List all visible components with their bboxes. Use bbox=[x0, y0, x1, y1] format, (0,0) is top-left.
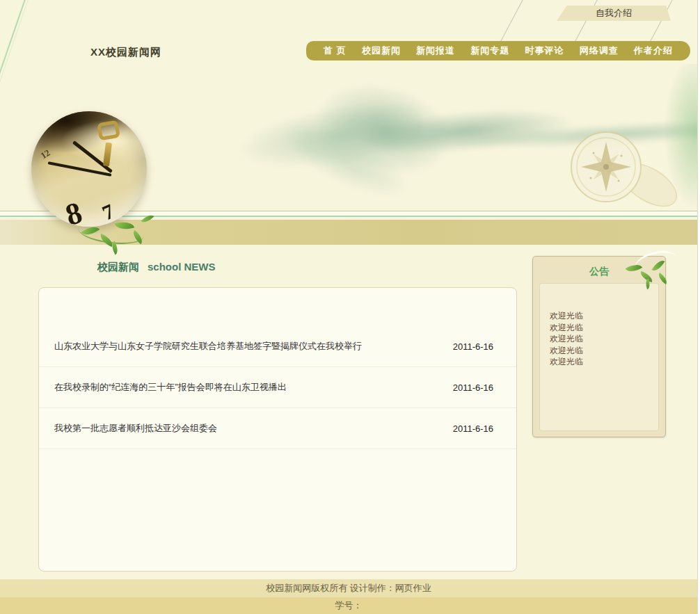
page: 自我介绍 XX校园新闻网 首 页 校园新闻 新闻报道 新闻专题 时事评论 网络调… bbox=[0, 0, 698, 614]
site-logo: XX校园新闻网 bbox=[90, 46, 161, 59]
news-row: 在我校录制的“纪连海的三十年”报告会即将在山东卫视播出 2011-6-16 bbox=[39, 367, 516, 408]
news-title-link[interactable]: 在我校录制的“纪连海的三十年”报告会即将在山东卫视播出 bbox=[54, 381, 440, 394]
footer-student-id: 学号： bbox=[0, 597, 697, 614]
section-title: 校园新闻 school NEWS bbox=[97, 261, 216, 274]
announcement-item: 欢迎光临 bbox=[550, 310, 658, 322]
nav-item-online-survey[interactable]: 网络调查 bbox=[580, 45, 619, 57]
viewport: 自我介绍 XX校园新闻网 首 页 校园新闻 新闻报道 新闻专题 时事评论 网络调… bbox=[0, 0, 700, 614]
news-list: 山东农业大学与山东女子学院研究生联合培养基地签字暨揭牌仪式在我校举行 2011-… bbox=[39, 288, 516, 449]
news-date: 2011-6-16 bbox=[453, 382, 493, 393]
announcement-list: 欢迎光临 欢迎光临 欢迎光临 欢迎光临 欢迎光临 bbox=[540, 284, 658, 368]
section-title-cn: 校园新闻 bbox=[97, 261, 139, 274]
announcement-item: 欢迎光临 bbox=[550, 345, 658, 357]
green-diagonal-line bbox=[0, 0, 26, 215]
announcement-item: 欢迎光临 bbox=[550, 333, 658, 345]
footer-copyright: 校园新闻网版权所有 设计制作：网页作业 bbox=[0, 579, 697, 597]
news-list-panel: 山东农业大学与山东女子学院研究生联合培养基地签字暨揭牌仪式在我校举行 2011-… bbox=[38, 287, 517, 572]
clock-image: 12 8 7 bbox=[31, 111, 147, 227]
announcement-item: 欢迎光临 bbox=[550, 356, 658, 368]
tab-self-introduction[interactable]: 自我介绍 bbox=[557, 6, 671, 21]
main-navigation: 首 页 校园新闻 新闻报道 新闻专题 时事评论 网络调查 作者介绍 bbox=[306, 41, 690, 60]
news-date: 2011-6-16 bbox=[453, 423, 493, 434]
green-diagonal-line bbox=[0, 0, 29, 214]
nav-item-author-intro[interactable]: 作者介绍 bbox=[634, 45, 673, 57]
footer: 校园新闻网版权所有 设计制作：网页作业 学号： bbox=[0, 579, 697, 614]
section-title-en: school NEWS bbox=[148, 261, 216, 274]
compass-image bbox=[560, 127, 678, 216]
nav-item-current-comment[interactable]: 时事评论 bbox=[525, 45, 564, 57]
announcement-inner-panel: 欢迎光临 欢迎光临 欢迎光临 欢迎光临 欢迎光临 bbox=[539, 283, 659, 431]
news-row: 我校第一批志愿者顺利抵达亚沙会组委会 2011-6-16 bbox=[39, 408, 516, 449]
news-title-link[interactable]: 山东农业大学与山东女子学院研究生联合培养基地签字暨揭牌仪式在我校举行 bbox=[54, 340, 440, 353]
news-title-link[interactable]: 我校第一批志愿者顺利抵达亚沙会组委会 bbox=[54, 422, 440, 435]
news-date: 2011-6-16 bbox=[453, 341, 493, 352]
nav-item-campus-news[interactable]: 校园新闻 bbox=[362, 45, 401, 57]
nav-item-home[interactable]: 首 页 bbox=[324, 45, 347, 57]
feather-brush-graphic bbox=[235, 88, 604, 185]
announcement-item: 欢迎光临 bbox=[550, 322, 658, 334]
news-row: 山东农业大学与山东女子学院研究生联合培养基地签字暨揭牌仪式在我校举行 2011-… bbox=[39, 326, 516, 367]
nav-item-news-topics[interactable]: 新闻专题 bbox=[470, 45, 509, 57]
tab-self-introduction-label: 自我介绍 bbox=[596, 7, 632, 19]
nav-item-news-report[interactable]: 新闻报道 bbox=[416, 45, 455, 57]
